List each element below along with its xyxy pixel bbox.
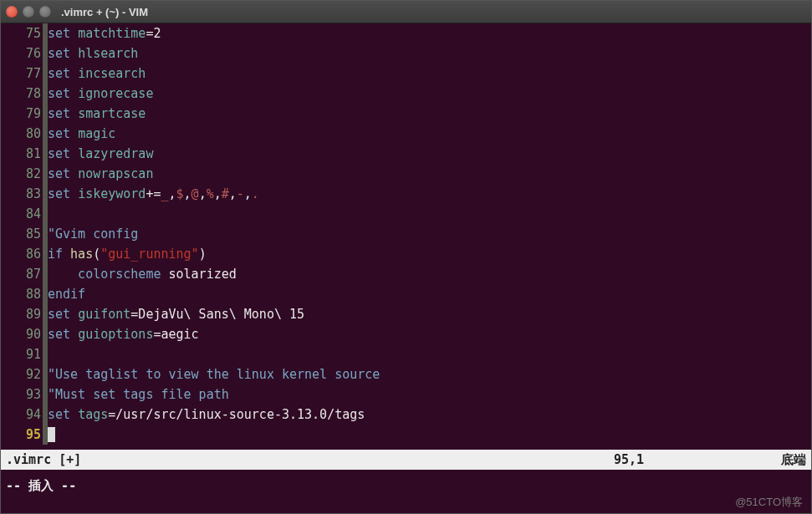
line-number: 87 — [1, 264, 43, 284]
line-number: 83 — [1, 184, 43, 204]
code-line[interactable]: 94set tags=/usr/src/linux-source-3.13.0/… — [1, 405, 811, 425]
code-text[interactable]: set magic — [48, 124, 115, 144]
code-text[interactable]: if has("gui_running") — [48, 244, 207, 264]
line-number: 93 — [1, 384, 43, 405]
code-text[interactable]: set tags=/usr/src/linux-source-3.13.0/ta… — [48, 405, 365, 425]
line-number: 82 — [1, 164, 43, 184]
code-line[interactable]: 82set nowrapscan — [1, 164, 811, 184]
close-icon[interactable] — [6, 6, 18, 18]
code-text[interactable]: set nowrapscan — [48, 164, 153, 184]
minimize-icon[interactable] — [23, 6, 34, 18]
code-text[interactable]: "Gvim config — [48, 224, 138, 244]
line-number: 81 — [1, 144, 43, 164]
fold-column — [43, 204, 48, 224]
line-number: 76 — [1, 43, 43, 64]
code-text[interactable]: set guioptions=aegic — [48, 324, 199, 344]
code-line[interactable]: 80set magic — [1, 124, 811, 144]
line-number: 84 — [1, 204, 43, 224]
code-line[interactable]: 91 — [1, 344, 811, 364]
status-scroll: 底端 — [756, 452, 806, 468]
code-line[interactable]: 79set smartcase — [1, 104, 811, 124]
code-line[interactable]: 84 — [1, 204, 811, 224]
code-text[interactable]: "Must set tags file path — [48, 384, 229, 405]
line-number: 94 — [1, 405, 43, 425]
code-line[interactable]: 88endif — [1, 284, 811, 304]
line-number: 88 — [1, 284, 43, 304]
code-line[interactable]: 75set matchtime=2 — [1, 23, 811, 43]
code-line[interactable]: 77set incsearch — [1, 64, 811, 84]
code-text[interactable] — [48, 425, 55, 445]
line-number: 85 — [1, 224, 43, 244]
window-titlebar: .vimrc + (~) - VIM — [1, 1, 811, 23]
line-number: 90 — [1, 324, 43, 344]
code-text[interactable]: set hlsearch — [48, 43, 138, 64]
code-text[interactable]: set lazyredraw — [48, 144, 153, 164]
maximize-icon[interactable] — [39, 6, 51, 18]
code-text[interactable]: set incsearch — [48, 64, 146, 84]
watermark-text: @51CTO博客 — [735, 495, 803, 510]
line-number: 75 — [1, 23, 43, 43]
mode-indicator: -- 插入 -- — [1, 473, 76, 498]
code-line[interactable]: 78set ignorecase — [1, 84, 811, 104]
line-number: 92 — [1, 364, 43, 384]
line-number: 79 — [1, 104, 43, 124]
window-title: .vimrc + (~) - VIM — [61, 6, 148, 18]
status-bar: .vimrc [+] 95,1 底端 — [1, 450, 811, 470]
line-number: 95 — [1, 425, 43, 445]
code-line[interactable]: 85"Gvim config — [1, 224, 811, 244]
code-text[interactable]: set guifont=DejaVu\ Sans\ Mono\ 15 — [48, 304, 304, 324]
code-text[interactable]: set iskeyword+=_,$,@,%,#,-,. — [48, 184, 259, 204]
code-line[interactable]: 93"Must set tags file path — [1, 384, 811, 405]
code-line[interactable]: 95 — [1, 425, 811, 445]
status-position: 95,1 — [614, 452, 756, 467]
line-number: 78 — [1, 84, 43, 104]
line-number: 89 — [1, 304, 43, 324]
code-line[interactable]: 89set guifont=DejaVu\ Sans\ Mono\ 15 — [1, 304, 811, 324]
code-text[interactable]: set matchtime=2 — [48, 23, 161, 43]
code-line[interactable]: 87 colorscheme solarized — [1, 264, 811, 284]
line-number: 86 — [1, 244, 43, 264]
code-text[interactable]: "Use taglist to view the linux kernel so… — [48, 364, 380, 384]
code-line[interactable]: 92"Use taglist to view the linux kernel … — [1, 364, 811, 384]
code-line[interactable]: 81set lazyredraw — [1, 144, 811, 164]
code-line[interactable]: 86if has("gui_running") — [1, 244, 811, 264]
code-line[interactable]: 76set hlsearch — [1, 43, 811, 64]
text-cursor — [48, 427, 55, 442]
code-text[interactable]: set smartcase — [48, 104, 146, 124]
line-number: 77 — [1, 64, 43, 84]
editor-viewport[interactable]: 75set matchtime=276set hlsearch77set inc… — [1, 23, 811, 445]
status-filename: .vimrc [+] — [6, 452, 81, 467]
code-line[interactable]: 83set iskeyword+=_,$,@,%,#,-,. — [1, 184, 811, 204]
code-line[interactable]: 90set guioptions=aegic — [1, 324, 811, 344]
fold-column — [43, 344, 48, 364]
line-number: 91 — [1, 344, 43, 364]
code-text[interactable]: colorscheme solarized — [48, 264, 237, 284]
code-text[interactable]: endif — [48, 284, 85, 304]
line-number: 80 — [1, 124, 43, 144]
code-text[interactable]: set ignorecase — [48, 84, 153, 104]
